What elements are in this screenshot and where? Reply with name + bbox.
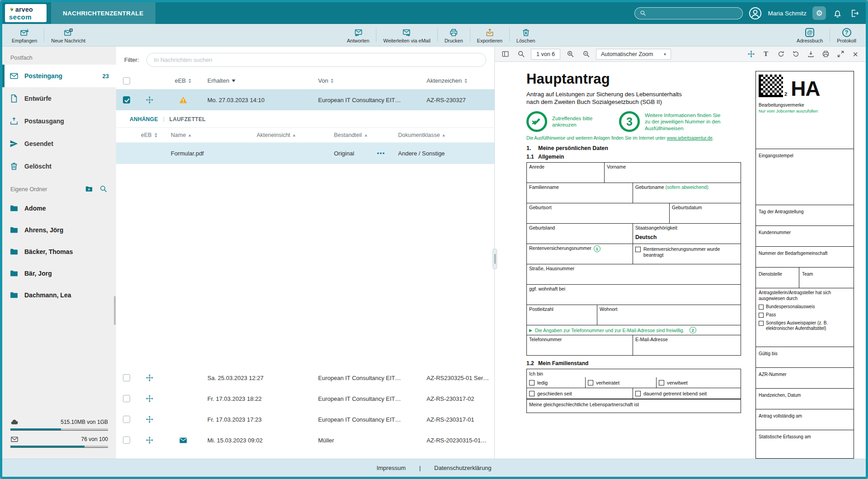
- column-header-eeb[interactable]: eEB: [162, 77, 204, 84]
- postfach-label: Postfach: [2, 52, 116, 65]
- move-arrows-icon: [145, 96, 154, 104]
- logout-button[interactable]: [849, 8, 860, 19]
- global-search-input[interactable]: [650, 10, 737, 17]
- adressbuch-button[interactable]: @ Adressbuch: [791, 24, 829, 46]
- sidebar-item-geloescht[interactable]: Gelöscht: [2, 155, 116, 178]
- notifications-button[interactable]: [832, 8, 843, 19]
- download-button[interactable]: [805, 48, 816, 60]
- folder-item-adome[interactable]: Adome: [2, 197, 116, 219]
- folder-item-baecker[interactable]: Bäcker, Thomas: [2, 241, 116, 263]
- message-row[interactable]: Mi. 15.03.2023 09:02 Müller AZ-RS-202303…: [116, 430, 494, 451]
- sidebar-item-posteingang[interactable]: Posteingang 23: [2, 65, 116, 87]
- neue-nachricht-button[interactable]: Neue Nachricht: [45, 24, 91, 46]
- select-all-checkbox[interactable]: [123, 77, 130, 85]
- drag-handle[interactable]: [137, 409, 162, 430]
- close-icon: ×: [853, 50, 858, 59]
- ledig-checkbox: [529, 380, 535, 385]
- att-column-bestandteil[interactable]: Bestandteil: [330, 132, 394, 138]
- folder-plus-icon: [85, 185, 93, 193]
- field-rentenversicherungsnummer: Rentenversicherungsnummer1: [527, 244, 633, 264]
- zoom-mode-select[interactable]: Automatischer Zoom ▾: [596, 49, 671, 60]
- folder-item-ahrens[interactable]: Ahrens, Jörg: [2, 219, 116, 241]
- folder-item-baer[interactable]: Bär, Jorg: [2, 263, 116, 284]
- message-row[interactable]: Sa. 25.03.2023 12:27 European IT Consult…: [116, 367, 494, 388]
- pane-splitter[interactable]: [493, 249, 497, 269]
- staatsangehoerigkeit-value: Deutsch: [635, 234, 738, 240]
- sidebar-item-postausgang[interactable]: Postausgang: [2, 110, 116, 132]
- sidebar-item-entwuerfe[interactable]: Entwürfe: [2, 87, 116, 110]
- tab-anhaenge[interactable]: ANHÄNGE: [130, 116, 158, 122]
- rotate-counterclockwise-button[interactable]: [790, 48, 802, 60]
- exportieren-button[interactable]: Exportieren: [471, 24, 508, 46]
- logout-icon: [850, 9, 859, 18]
- app-logo: arveo secom: [5, 4, 47, 22]
- attachment-row[interactable]: Formular.pdf Original ••• Andere / Sonst…: [116, 143, 494, 164]
- tab-nachrichtenzentrale[interactable]: NACHRICHTENZENTRALE: [51, 2, 155, 24]
- pan-tool-button[interactable]: [745, 48, 757, 60]
- pdf-print-button[interactable]: [820, 48, 831, 60]
- att-column-dokumentklasse[interactable]: Dokumentklasse: [394, 132, 494, 138]
- sidebar-scrollbar[interactable]: [114, 296, 116, 325]
- message-row-selected[interactable]: Mo. 27.03.2023 14:10 European IT Consult…: [116, 89, 494, 110]
- protokoll-button[interactable]: ? Protokoll: [831, 24, 862, 46]
- zoom-out-button[interactable]: [580, 48, 592, 60]
- arbeitsagentur-link[interactable]: www.arbeitsagentur.de: [667, 136, 713, 141]
- rv-beantragt-checkbox: [635, 247, 641, 252]
- list-empty-space: [116, 164, 494, 367]
- add-folder-button[interactable]: [84, 185, 94, 194]
- column-header-von[interactable]: Von: [314, 77, 423, 84]
- message-search-input[interactable]: [146, 53, 487, 67]
- fullscreen-button[interactable]: [835, 48, 846, 60]
- bearbeitungsvermerke-label: Bearbeitungsvermerke: [759, 103, 851, 108]
- text-select-tool-button[interactable]: T: [760, 48, 772, 60]
- row-checkbox[interactable]: [123, 416, 130, 423]
- impressum-link[interactable]: Impressum: [376, 465, 405, 471]
- close-viewer-button[interactable]: ×: [849, 48, 861, 60]
- folder-icon: [9, 225, 19, 235]
- tab-separator: [164, 117, 164, 122]
- att-column-name[interactable]: Name: [167, 132, 253, 138]
- row-checkbox[interactable]: [123, 437, 130, 444]
- row-checkbox[interactable]: [123, 374, 130, 381]
- drag-handle[interactable]: [137, 388, 162, 409]
- folder-item-dachmann[interactable]: Dachmann, Lea: [2, 284, 116, 306]
- folder-label: Dachmann, Lea: [24, 291, 71, 299]
- side-code-section: 2 HA Bearbeitungsvermerke Nur vom Jobcen…: [756, 71, 854, 149]
- field-telefonnummer: Telefonnummer: [527, 335, 633, 355]
- datenschutz-link[interactable]: Datenschutzerklärung: [434, 465, 491, 471]
- side-kundennummer: Kundennummer: [756, 226, 854, 247]
- zoom-in-button[interactable]: [564, 48, 576, 60]
- empfangen-button[interactable]: Empfangen: [6, 24, 43, 46]
- tab-laufzettel[interactable]: LAUFZETTEL: [169, 116, 206, 122]
- bell-icon: [833, 9, 842, 18]
- att-column-akteneinsicht[interactable]: Akteneinsicht: [253, 132, 330, 138]
- toggle-sidebar-button[interactable]: [499, 48, 511, 60]
- page-number-indicator[interactable]: 1 von 6: [531, 49, 560, 60]
- att-column-eeb[interactable]: eEB: [137, 132, 167, 138]
- drag-handle[interactable]: [137, 89, 162, 110]
- side-ausweis-section: Antragstellerin/Antragsteller hat sich a…: [756, 288, 854, 347]
- message-row[interactable]: Fr. 17.03.2023 18:22 European IT Consult…: [116, 388, 494, 409]
- pdf-search-button[interactable]: [515, 48, 527, 60]
- attachment-menu-button[interactable]: •••: [371, 150, 391, 156]
- settings-button[interactable]: ⚙: [812, 6, 826, 20]
- loeschen-button[interactable]: Löschen: [511, 24, 541, 46]
- column-header-aktenzeichen[interactable]: Aktenzeichen: [423, 77, 494, 84]
- message-ref: AZ-RS230325-01 Ser…: [423, 375, 494, 381]
- message-date: Mo. 27.03.2023 14:10: [204, 97, 314, 103]
- weiterleiten-button[interactable]: Weiterleiten via eMail: [377, 24, 436, 46]
- row-checkbox[interactable]: [123, 96, 130, 103]
- drucken-button[interactable]: Drucken: [439, 24, 469, 46]
- antworten-button[interactable]: Antworten: [341, 24, 375, 46]
- drag-handle[interactable]: [137, 430, 162, 451]
- global-search[interactable]: [634, 7, 743, 19]
- column-header-erhalten[interactable]: Erhalten: [204, 77, 314, 84]
- search-folders-button[interactable]: [99, 185, 108, 194]
- info-note: Weitere Informationen finden Sie zu der …: [645, 112, 727, 131]
- row-checkbox[interactable]: [123, 395, 130, 402]
- freiwillig-note: ▶ Die Angaben zur Telefonnummer und zur …: [527, 325, 741, 335]
- rotate-clockwise-button[interactable]: [775, 48, 787, 60]
- message-row[interactable]: Fr. 17.03.2023 17:23 European IT Consult…: [116, 409, 494, 430]
- drag-handle[interactable]: [137, 367, 162, 388]
- sidebar-item-gesendet[interactable]: Gesendet: [2, 132, 116, 155]
